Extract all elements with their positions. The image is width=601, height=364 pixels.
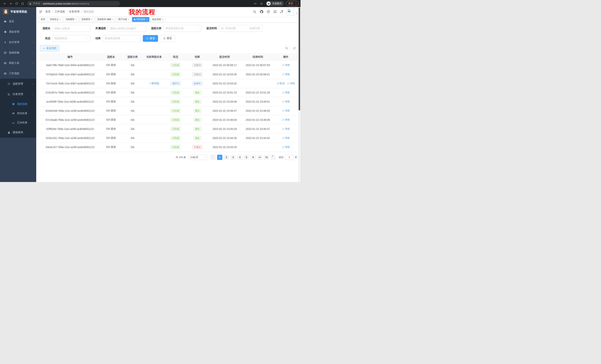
pager-prev-button[interactable]	[210, 155, 216, 160]
action-detail[interactable]: 详情	[282, 63, 290, 67]
status-tag: 已完成	[170, 108, 181, 113]
goto-page-input[interactable]	[285, 155, 293, 160]
reset-button[interactable]: 重置	[160, 35, 175, 42]
search-icon[interactable]	[253, 10, 256, 13]
cell-id: ec45f38f-7b9a-11ec-b03b-acde48001122	[40, 97, 100, 106]
avatar-caret-icon[interactable]	[296, 12, 298, 14]
key-icon[interactable]	[253, 1, 258, 6]
sidebar-item-infrastructure[interactable]: 基础设施	[0, 48, 36, 58]
sidebar-item-workflow[interactable]: 工作流程	[0, 68, 36, 79]
tab-user-group[interactable]: 用户分组×	[116, 17, 131, 22]
cell-result: 已取消	[186, 61, 208, 70]
sidebar-item-label: 系统管理	[9, 30, 19, 34]
sidebar-item-system[interactable]: 系统管理	[0, 27, 36, 37]
reset-button-label: 重置	[167, 37, 172, 40]
tab-my-process[interactable]: 我的流程×	[132, 17, 149, 22]
tab-process-form[interactable]: 流程表单×	[80, 17, 94, 22]
status-select[interactable]: 请选择状态	[52, 35, 90, 42]
sidebar-item-done-tasks[interactable]: 已办任务	[0, 118, 36, 127]
sidebar-item-leave-query[interactable]: 请假查询	[0, 127, 36, 138]
refresh-table-button[interactable]	[291, 46, 297, 51]
column-header-0: 编号	[40, 53, 100, 61]
action-detail[interactable]: 详情	[282, 109, 290, 112]
sidebar-item-task-mgmt[interactable]: 任务管理	[0, 89, 36, 99]
search-button[interactable]: 搜索	[143, 35, 158, 42]
page-button-4[interactable]: 4	[237, 155, 242, 160]
tab-close-icon[interactable]: ×	[91, 18, 92, 21]
page-button-6[interactable]: 6	[250, 155, 256, 160]
hamburger-icon[interactable]	[36, 10, 45, 14]
breadcrumb: 首页/工作流程/任务管理/我的流程	[45, 10, 94, 13]
sidebar-menu: 首页系统管理¥支付管理基础设施研发工具工作流程流程管理任务管理我的流程待办任务已…	[0, 16, 36, 138]
sidebar-item-process-mgmt[interactable]: 流程管理	[0, 79, 36, 89]
toggle-search-button[interactable]	[284, 46, 289, 51]
browser-back-icon[interactable]	[2, 1, 7, 6]
scrollbar-thumb[interactable]	[299, 7, 300, 110]
tab-process-model[interactable]: 流程模型×	[64, 17, 79, 22]
avatar[interactable]	[287, 8, 294, 15]
result-select[interactable]: 请选择流结果	[102, 35, 140, 42]
page-button-3[interactable]: 3	[230, 155, 236, 160]
page-button-11[interactable]: 11	[264, 155, 269, 160]
address-bar[interactable]: 不安全 dashboard.yudao.iocoder.cn/bpm/task/…	[27, 1, 120, 6]
process-name-input[interactable]	[52, 25, 90, 32]
page-button-2[interactable]: 2	[224, 155, 229, 160]
fullscreen-icon[interactable]	[273, 10, 277, 13]
goto-label: 前往	[279, 156, 284, 159]
browser-menu-icon[interactable]	[294, 1, 298, 6]
cell-actions: 取消详情	[274, 79, 297, 88]
github-icon[interactable]	[260, 10, 263, 14]
browser-reload-icon[interactable]	[14, 1, 19, 6]
action-detail[interactable]: 详情	[282, 73, 290, 76]
page-size-select[interactable]: 10条/页	[188, 155, 207, 160]
category-select[interactable]: 请选择流程分类	[163, 25, 201, 32]
bookmark-star-icon[interactable]	[259, 1, 264, 6]
sidebar-item-my-process[interactable]: 我的流程	[0, 99, 36, 109]
sidebar-item-devtools[interactable]: 研发工具	[0, 58, 36, 68]
page-button-5[interactable]: 5	[244, 155, 249, 160]
font-size-icon[interactable]: тT	[280, 10, 283, 14]
sidebar-item-payment[interactable]: ¥支付管理	[0, 37, 36, 48]
tab-create-process[interactable]: 发起流程×	[150, 17, 165, 22]
cell-category: OA	[122, 61, 143, 70]
tab-home[interactable]: 首页	[39, 17, 47, 22]
page-button-1[interactable]: 1	[217, 155, 222, 160]
action-detail[interactable]: 详情	[282, 118, 290, 122]
process-definition-input[interactable]	[108, 25, 146, 32]
date-range-picker[interactable]: 开始日期 - 结束日期	[219, 25, 262, 32]
tab-close-icon[interactable]: ×	[128, 18, 129, 21]
tab-process-form-edit[interactable]: 流程表单-编辑×	[95, 17, 115, 22]
action-detail[interactable]: 详情	[282, 91, 290, 94]
cell-status: 进行中	[165, 79, 186, 88]
pager-next-button[interactable]	[270, 155, 276, 160]
action-detail[interactable]: 详情	[282, 136, 290, 140]
tab-process-definition[interactable]: 流程定义×	[48, 17, 63, 22]
sidebar-item-todo-tasks[interactable]: 待办任务	[0, 109, 36, 118]
create-process-button[interactable]: 发起流程	[40, 45, 60, 51]
tab-close-icon[interactable]: ×	[60, 18, 61, 21]
cell-process-name: OA 请假	[100, 97, 122, 106]
action-cancel[interactable]: 取消	[277, 82, 285, 85]
browser-home-icon[interactable]	[20, 1, 25, 6]
tab-close-icon[interactable]: ×	[112, 18, 113, 21]
monitor-icon	[4, 51, 7, 54]
tab-close-icon[interactable]: ×	[146, 18, 148, 21]
breadcrumb-item[interactable]: 任务管理	[69, 10, 80, 13]
breadcrumb-item[interactable]: 首页	[45, 10, 50, 13]
task-link[interactable]: 一级审批	[149, 82, 159, 85]
browser-forward-icon[interactable]	[8, 1, 13, 6]
page-scrollbar[interactable]	[298, 7, 300, 182]
sidebar-item-home[interactable]: 首页	[0, 16, 36, 27]
help-icon[interactable]	[267, 10, 270, 13]
dashboard-icon	[4, 20, 7, 23]
tab-close-icon[interactable]: ×	[162, 18, 163, 21]
action-detail[interactable]: 详情	[282, 145, 290, 149]
action-detail[interactable]: 详情	[287, 82, 295, 85]
update-button[interactable]: 更新	[286, 1, 299, 6]
action-detail[interactable]: 详情	[282, 100, 290, 103]
pager-more-button[interactable]: •••	[257, 155, 262, 160]
tab-close-icon[interactable]: ×	[75, 18, 77, 21]
breadcrumb-item[interactable]: 工作流程	[55, 10, 65, 13]
table-header-row: 编号流程名流程分类当前审批任务状态结果提交时间结束时间操作	[40, 53, 297, 61]
action-detail[interactable]: 详情	[282, 127, 290, 131]
